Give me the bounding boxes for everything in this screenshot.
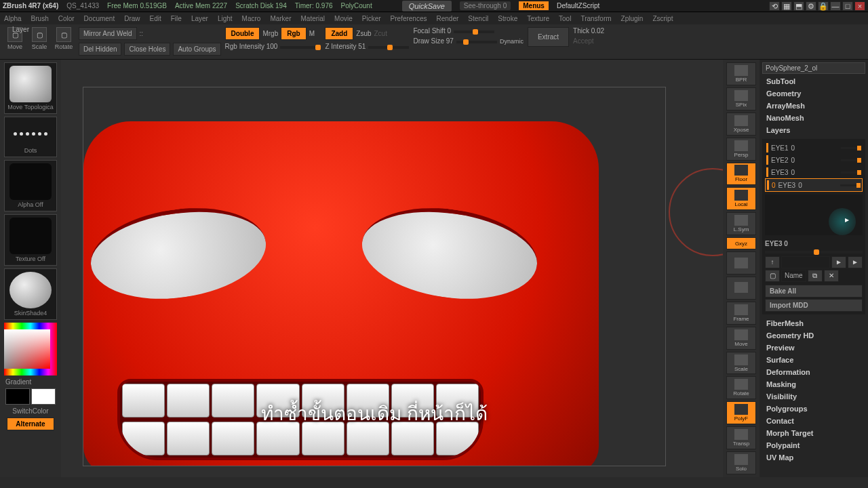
local-button[interactable]: Local bbox=[726, 187, 756, 210]
material-thumb[interactable]: SkinShade4 bbox=[4, 268, 57, 320]
panel-polygroups[interactable]: Polygroups bbox=[762, 403, 865, 415]
win-icon-1[interactable]: ⟲ bbox=[769, 1, 780, 11]
menu-file[interactable]: File bbox=[171, 15, 182, 22]
eye-button[interactable] bbox=[726, 251, 756, 274]
close-icon[interactable]: × bbox=[854, 1, 865, 11]
panel-geometry[interactable]: Geometry bbox=[762, 87, 865, 100]
current-layer-label[interactable]: EYE3 0 bbox=[765, 238, 863, 249]
del-hidden-button[interactable]: Del Hidden bbox=[79, 43, 121, 56]
viewport[interactable]: ทำซ้ำขั้นตอนเดิม กี่หน้าก็ได้ bbox=[61, 60, 723, 477]
panel-visibility[interactable]: Visibility bbox=[762, 390, 865, 403]
layer-eye3[interactable]: EYE30 bbox=[765, 166, 863, 178]
double-button[interactable]: Double bbox=[225, 27, 260, 40]
xpose-button[interactable]: Xpose bbox=[726, 113, 756, 136]
gxyz-button[interactable]: Gxyz bbox=[726, 237, 756, 249]
default-script[interactable]: DefaultZScript bbox=[557, 2, 599, 9]
scale2-button[interactable]: Scale bbox=[726, 352, 756, 375]
target-button[interactable] bbox=[726, 277, 756, 300]
maximize-icon[interactable]: □ bbox=[842, 1, 853, 11]
layer-right2-icon[interactable]: ► bbox=[848, 256, 863, 268]
frame-button[interactable]: Frame bbox=[726, 302, 756, 325]
transp-button[interactable]: Transp bbox=[726, 426, 756, 449]
panel-arraymesh[interactable]: ArrayMesh bbox=[762, 100, 865, 112]
menu-transform[interactable]: Transform bbox=[580, 15, 611, 22]
menu-preferences[interactable]: Preferences bbox=[391, 15, 427, 22]
menus-button[interactable]: Menus bbox=[519, 1, 549, 10]
menu-macro[interactable]: Macro bbox=[242, 15, 261, 22]
layer-scroll-area[interactable]: ▸ bbox=[765, 195, 863, 235]
bake-all-button[interactable]: Bake All bbox=[765, 285, 863, 298]
gradient-label[interactable]: Gradient bbox=[3, 378, 31, 386]
menu-draw[interactable]: Draw bbox=[124, 15, 140, 22]
spix-button[interactable]: SPix bbox=[726, 87, 756, 110]
zadd-button[interactable]: Zadd bbox=[325, 27, 353, 40]
dynamic-label[interactable]: Dynamic bbox=[500, 38, 524, 45]
canvas[interactable]: ทำซ้ำขั้นตอนเดิม กี่หน้าก็ได้ bbox=[83, 87, 666, 466]
focal-shift-slider[interactable]: Focal Shift 0 bbox=[413, 27, 451, 35]
alpha-thumb[interactable]: Alpha Off bbox=[4, 160, 57, 211]
scale-tool[interactable]: ▢Scale bbox=[28, 27, 50, 50]
lsym-button[interactable]: L.Sym bbox=[726, 212, 756, 235]
panel-polypaint[interactable]: Polypaint bbox=[762, 439, 865, 451]
panel-masking[interactable]: Masking bbox=[762, 378, 865, 390]
polyf-button[interactable]: PolyF bbox=[726, 401, 756, 424]
rgb-button[interactable]: Rgb bbox=[281, 27, 306, 40]
alternate-button[interactable]: Alternate bbox=[7, 418, 54, 430]
layer-eye2[interactable]: EYE20 bbox=[765, 154, 863, 166]
mirror-weld-button[interactable]: Mirror And Weld bbox=[79, 27, 137, 40]
layer-right-icon[interactable]: ► bbox=[831, 256, 846, 268]
menu-zplugin[interactable]: Zplugin bbox=[621, 15, 644, 22]
texture-thumb[interactable]: Texture Off bbox=[4, 214, 57, 266]
menu-alpha[interactable]: Alpha bbox=[4, 15, 22, 22]
menu-color[interactable]: Color bbox=[58, 15, 75, 22]
layer-copy-icon[interactable]: ⧉ bbox=[808, 270, 823, 282]
panel-deformation[interactable]: Deformation bbox=[762, 366, 865, 378]
close-holes-button[interactable]: Close Holes bbox=[124, 43, 170, 56]
menu-brush[interactable]: Brush bbox=[31, 15, 49, 22]
panel-layers[interactable]: Layers bbox=[762, 124, 865, 136]
config-icon[interactable]: ⚙ bbox=[806, 1, 816, 11]
panel-morph-target[interactable]: Morph Target bbox=[762, 427, 865, 439]
floor-button[interactable]: Floor bbox=[726, 163, 756, 186]
panel-uv-map[interactable]: UV Map bbox=[762, 451, 865, 464]
panel-geometry-hd[interactable]: Geometry HD bbox=[762, 329, 865, 342]
menu-render[interactable]: Render bbox=[437, 15, 459, 22]
move2-button[interactable]: Move bbox=[726, 327, 756, 350]
menu-edit[interactable]: Edit bbox=[150, 15, 161, 22]
layer-eye3[interactable]: 0EYE30 bbox=[765, 178, 863, 192]
seethrough-slider[interactable]: See-through 0 bbox=[460, 1, 511, 10]
menu-document[interactable]: Document bbox=[84, 15, 115, 22]
menu-zscript[interactable]: Zscript bbox=[652, 15, 673, 22]
extract-button[interactable]: Extract bbox=[528, 27, 569, 47]
layer-eye1[interactable]: EYE10 bbox=[765, 142, 863, 154]
layer-x-icon[interactable]: ✕ bbox=[824, 270, 839, 282]
color-picker[interactable] bbox=[4, 323, 57, 375]
minimize-icon[interactable]: — bbox=[830, 1, 841, 11]
subtool-header[interactable]: PolySphere_2_ol bbox=[762, 62, 865, 74]
rotate2-button[interactable]: Rotate bbox=[726, 376, 756, 399]
persp-button[interactable]: Persp bbox=[726, 138, 756, 161]
menu-marker[interactable]: Marker bbox=[270, 15, 291, 22]
menu-tool[interactable]: Tool bbox=[559, 15, 571, 22]
lock-icon[interactable]: 🔒 bbox=[818, 1, 829, 11]
panel-preview[interactable]: Preview bbox=[762, 342, 865, 354]
menu-stencil[interactable]: Stencil bbox=[468, 15, 488, 22]
import-mdd-button[interactable]: Import MDD bbox=[765, 299, 863, 312]
swatch-white[interactable] bbox=[31, 388, 56, 405]
menu-picker[interactable]: Picker bbox=[362, 15, 381, 22]
accept-button[interactable]: Accept bbox=[573, 37, 604, 45]
m-button[interactable]: M bbox=[309, 30, 315, 37]
layer-box-icon[interactable]: ▢ bbox=[765, 270, 780, 282]
win-icon-2[interactable]: ▦ bbox=[781, 1, 792, 11]
menu-stroke[interactable]: Stroke bbox=[498, 15, 517, 22]
menu-material[interactable]: Material bbox=[301, 15, 326, 22]
rgb-intensity-slider[interactable]: Rgb Intensity 100 bbox=[225, 43, 278, 50]
name-label[interactable]: Name bbox=[781, 270, 806, 282]
panel-surface[interactable]: Surface bbox=[762, 354, 865, 366]
zsub-button[interactable]: Zsub bbox=[356, 30, 371, 37]
panel-subtool[interactable]: SubTool bbox=[762, 75, 865, 87]
z-intensity-slider[interactable]: Z Intensity 51 bbox=[325, 43, 366, 50]
menu-light[interactable]: Light bbox=[218, 15, 233, 22]
quicksave-button[interactable]: QuickSave bbox=[402, 1, 452, 12]
rotate-tool[interactable]: ▢Rotate bbox=[53, 27, 75, 50]
